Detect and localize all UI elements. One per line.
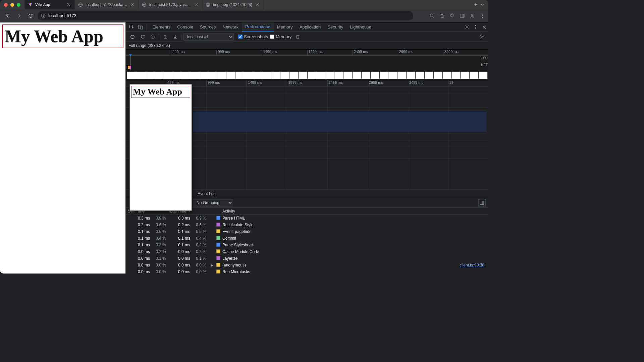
settings-icon[interactable] bbox=[463, 23, 471, 31]
filmstrip-thumb[interactable] bbox=[460, 71, 470, 79]
capture-settings-icon[interactable] bbox=[478, 33, 486, 41]
filmstrip-thumb[interactable] bbox=[388, 71, 397, 79]
col-activity[interactable]: Activity bbox=[222, 209, 449, 214]
event-log-row[interactable]: 0.1 ms0.2 %0.1 ms0.2 %Parse Stylesheet bbox=[126, 242, 488, 248]
filmstrip-thumb[interactable] bbox=[199, 71, 208, 79]
bookmark-icon[interactable] bbox=[439, 13, 445, 18]
filmstrip-thumb[interactable] bbox=[343, 71, 353, 79]
filmstrip-thumb[interactable] bbox=[406, 71, 416, 79]
event-log-row[interactable]: 0.3 ms0.9 %0.3 ms0.9 %Parse HTML bbox=[126, 215, 488, 222]
browser-tab[interactable]: Vite App bbox=[24, 0, 75, 9]
filmstrip-thumb[interactable] bbox=[190, 71, 199, 79]
event-log-row[interactable]: 0.1 ms0.5 %0.1 ms0.5 %Event: pagehide bbox=[126, 228, 488, 235]
minimize-window-button[interactable] bbox=[10, 3, 14, 7]
event-log-table[interactable]: Self Time Total Time Activity 0.3 ms0.9 … bbox=[126, 207, 488, 274]
session-select[interactable]: localhost #1 bbox=[183, 33, 234, 41]
filmstrip-thumb[interactable] bbox=[253, 71, 262, 79]
filmstrip-thumb[interactable] bbox=[451, 71, 461, 79]
load-profile-icon[interactable] bbox=[161, 33, 169, 41]
device-toggle-icon[interactable] bbox=[137, 23, 145, 31]
browser-tab[interactable]: img.jpeg (1024×1024) bbox=[202, 0, 263, 9]
filmstrip-thumb[interactable] bbox=[379, 71, 389, 79]
event-log-row[interactable]: 0.2 ms0.6 %0.2 ms0.6 %Recalculate Style bbox=[126, 222, 488, 228]
reload-record-button[interactable] bbox=[139, 33, 147, 41]
close-devtools-icon[interactable] bbox=[480, 23, 488, 31]
forward-button[interactable] bbox=[15, 11, 23, 20]
event-log-row[interactable]: 0.1 ms0.4 %0.1 ms0.4 %Commit bbox=[126, 235, 488, 242]
devtools-tab-application[interactable]: Application bbox=[296, 22, 324, 32]
filmstrip[interactable] bbox=[126, 70, 488, 80]
devtools-tab-security[interactable]: Security bbox=[324, 22, 346, 32]
overview-timeline[interactable]: 499 ms999 ms1499 ms1999 ms2499 ms2999 ms… bbox=[126, 50, 488, 70]
filmstrip-thumb[interactable] bbox=[217, 71, 226, 79]
devtools-tab-network[interactable]: Network bbox=[219, 22, 242, 32]
new-tab-button[interactable]: + bbox=[471, 2, 480, 8]
devtools-tab-lighthouse[interactable]: Lighthouse bbox=[346, 22, 375, 32]
filmstrip-thumb[interactable] bbox=[334, 71, 343, 79]
devtools-tab-performance[interactable]: Performance bbox=[242, 22, 273, 32]
filmstrip-thumb[interactable] bbox=[226, 71, 235, 79]
reload-button[interactable] bbox=[26, 11, 35, 20]
filmstrip-thumb[interactable] bbox=[307, 71, 317, 79]
overview-ruler[interactable]: 499 ms999 ms1499 ms1999 ms2499 ms2999 ms… bbox=[126, 50, 488, 56]
filmstrip-thumb[interactable] bbox=[208, 71, 217, 79]
devtools-tab-memory[interactable]: Memory bbox=[274, 22, 296, 32]
grouping-select[interactable]: No Grouping bbox=[193, 199, 233, 206]
site-info-icon[interactable] bbox=[41, 13, 46, 18]
inspect-element-icon[interactable] bbox=[128, 23, 136, 31]
filmstrip-thumb[interactable] bbox=[271, 71, 280, 79]
event-log-row[interactable]: 0.0 ms0.2 %0.0 ms0.2 %Cache Module Code bbox=[126, 248, 488, 255]
save-profile-icon[interactable] bbox=[171, 33, 179, 41]
filmstrip-thumb[interactable] bbox=[235, 71, 245, 79]
drawer-tab-eventlog[interactable]: Event Log bbox=[196, 189, 217, 198]
kebab-menu-icon[interactable] bbox=[472, 23, 480, 31]
tab-overflow-button[interactable] bbox=[480, 3, 484, 7]
event-log-row[interactable]: 0.0 ms0.1 %0.0 ms0.1 %Layerize bbox=[126, 255, 488, 262]
filmstrip-thumb[interactable] bbox=[163, 71, 172, 79]
filmstrip-thumb[interactable] bbox=[244, 71, 253, 79]
filmstrip-thumb[interactable] bbox=[154, 71, 163, 79]
filmstrip-thumb[interactable] bbox=[262, 71, 271, 79]
toggle-details-icon[interactable] bbox=[478, 199, 486, 206]
filmstrip-thumb[interactable] bbox=[145, 71, 154, 79]
source-link[interactable]: client.ts:90:38 bbox=[449, 263, 486, 267]
filmstrip-thumb[interactable] bbox=[127, 71, 136, 79]
filmstrip-thumb[interactable] bbox=[289, 71, 299, 79]
filmstrip-thumb[interactable] bbox=[478, 71, 488, 79]
filmstrip-thumb[interactable] bbox=[424, 71, 434, 79]
back-button[interactable] bbox=[3, 11, 12, 20]
filmstrip-thumb[interactable] bbox=[298, 71, 308, 79]
browser-tab[interactable]: localhost:5173/package.json bbox=[75, 0, 139, 9]
gc-button[interactable] bbox=[293, 33, 302, 41]
zoom-icon[interactable] bbox=[429, 13, 435, 18]
rendered-page[interactable]: My Web App bbox=[0, 22, 126, 274]
expand-toggle-icon[interactable]: ▸ bbox=[208, 263, 216, 267]
browser-tab[interactable]: localhost:5173/javascript.svg bbox=[139, 0, 202, 9]
fullscreen-window-button[interactable] bbox=[17, 3, 20, 7]
devtools-tab-console[interactable]: Console bbox=[174, 22, 197, 32]
filmstrip-thumb[interactable] bbox=[469, 71, 479, 79]
clear-button[interactable] bbox=[149, 33, 157, 41]
memory-checkbox[interactable]: Memory bbox=[270, 34, 291, 39]
event-log-row[interactable]: 0.0 ms0.0 %0.0 ms0.0 %Run Microtasks bbox=[126, 268, 488, 274]
filmstrip-thumb[interactable] bbox=[442, 71, 452, 79]
filmstrip-thumb[interactable] bbox=[352, 71, 362, 79]
filmstrip-thumb[interactable] bbox=[397, 71, 407, 79]
filmstrip-thumb[interactable] bbox=[172, 71, 181, 79]
menu-icon[interactable] bbox=[480, 13, 485, 18]
filmstrip-thumb[interactable] bbox=[325, 71, 334, 79]
close-window-button[interactable] bbox=[4, 3, 8, 7]
close-tab-icon[interactable] bbox=[66, 2, 71, 7]
filmstrip-thumb[interactable] bbox=[181, 71, 190, 79]
flame-chart[interactable]: My Web App bbox=[126, 86, 488, 189]
filmstrip-thumb[interactable] bbox=[361, 71, 371, 79]
devtools-tab-sources[interactable]: Sources bbox=[197, 22, 219, 32]
filmstrip-thumb[interactable] bbox=[316, 71, 325, 79]
sidepanel-icon[interactable] bbox=[460, 13, 465, 18]
address-bar[interactable]: localhost:5173 bbox=[38, 11, 413, 20]
main-thread-band[interactable] bbox=[193, 112, 486, 132]
close-tab-icon[interactable] bbox=[194, 2, 199, 7]
filmstrip-thumb[interactable] bbox=[415, 71, 425, 79]
close-tab-icon[interactable] bbox=[130, 2, 135, 7]
screenshots-checkbox[interactable]: Screenshots bbox=[238, 34, 268, 39]
